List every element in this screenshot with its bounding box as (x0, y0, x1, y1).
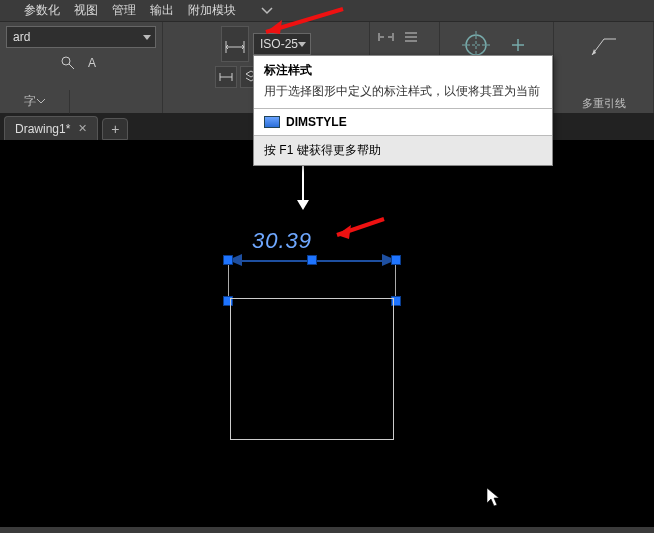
menu-addins[interactable]: 附加模块 (188, 2, 236, 19)
find-text-icon[interactable] (57, 52, 79, 74)
multileader-panel: 多重引线 (554, 22, 654, 113)
command-icon (264, 116, 280, 128)
multileader-icon[interactable] (585, 26, 623, 64)
tooltip-title: 标注样式 (254, 56, 552, 81)
text-height-icon[interactable]: A (83, 52, 105, 74)
grip-point[interactable] (307, 255, 317, 265)
plus-icon: + (111, 121, 119, 137)
cursor-icon (486, 487, 502, 503)
dim-space-icon[interactable] (400, 26, 422, 48)
document-tab-active[interactable]: Drawing1* ✕ (4, 116, 98, 140)
tooltip-command: DIMSTYLE (286, 115, 347, 129)
close-icon[interactable]: ✕ (78, 122, 87, 135)
chevron-down-icon (143, 35, 151, 40)
drawing-area[interactable]: 30.39 (0, 140, 654, 533)
text-style-value: ard (13, 30, 30, 44)
svg-text:A: A (88, 56, 96, 70)
dim-style-tooltip: 标注样式 用于选择图形中定义的标注样式，以便将其置为当前 DIMSTYLE 按 … (253, 55, 553, 166)
tooltip-description: 用于选择图形中定义的标注样式，以便将其置为当前 (254, 81, 552, 108)
dim-style-value: ISO-25 (260, 37, 298, 51)
annotation-arrow-icon (329, 215, 389, 241)
menu-output[interactable]: 输出 (150, 2, 174, 19)
annotation-arrow-icon (258, 4, 348, 38)
tooltip-command-row: DIMSTYLE (254, 109, 552, 135)
linear-dimension-button[interactable] (221, 26, 249, 62)
menu-view[interactable]: 视图 (74, 2, 98, 19)
tooltip-help: 按 F1 键获得更多帮助 (254, 136, 552, 165)
menu-parametric[interactable]: 参数化 (24, 2, 60, 19)
dim-break-icon[interactable] (375, 26, 397, 48)
menu-manage[interactable]: 管理 (112, 2, 136, 19)
add-tab-button[interactable]: + (102, 118, 128, 140)
text-panel-collapsed[interactable]: 字 (0, 90, 70, 114)
grip-point[interactable] (223, 255, 233, 265)
rectangle-entity[interactable] (230, 298, 394, 440)
grip-point[interactable] (391, 255, 401, 265)
document-tab-label: Drawing1* (15, 122, 70, 136)
svg-point-0 (62, 57, 70, 65)
chevron-down-icon (298, 42, 306, 47)
status-bar (0, 527, 654, 533)
dim-tool-1-icon[interactable] (215, 66, 237, 88)
text-panel-label: 字 (24, 93, 36, 110)
text-style-combo[interactable]: ard (6, 26, 156, 48)
chevron-down-icon (36, 95, 46, 109)
multileader-panel-title: 多重引线 (582, 94, 626, 111)
dimension-text[interactable]: 30.39 (252, 228, 312, 254)
